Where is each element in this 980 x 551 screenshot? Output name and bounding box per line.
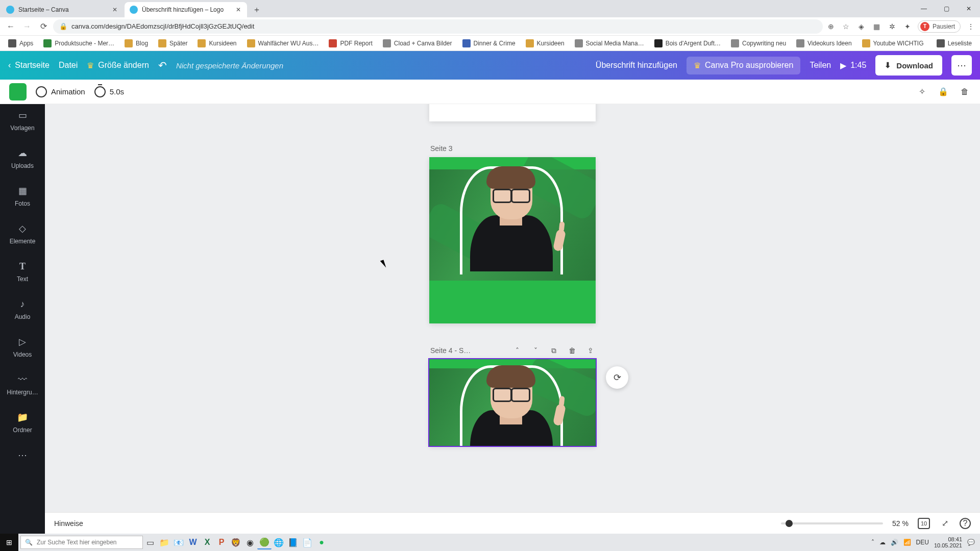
bookmark-item[interactable]: Kursideen	[522, 37, 569, 49]
page-move-up-icon[interactable]: ˄	[512, 345, 522, 356]
duration-button[interactable]: 5.0s	[94, 86, 124, 97]
nav-templates[interactable]: ▭Vorlagen	[0, 107, 45, 134]
nav-videos[interactable]: ▷Videos	[0, 334, 45, 360]
color-swatch-button[interactable]	[9, 83, 27, 101]
zoom-icon[interactable]: ⊕	[826, 21, 836, 32]
bookmark-item[interactable]: Cload + Canva Bilder	[379, 37, 456, 49]
home-button[interactable]: ‹Startseite	[8, 61, 50, 70]
browser-tab-1[interactable]: Startseite – Canva ✕	[1, 2, 124, 17]
effects-icon[interactable]: ✧	[916, 86, 928, 98]
nav-text[interactable]: TText	[0, 258, 45, 285]
window-minimize-button[interactable]: —	[913, 0, 935, 17]
spotify-icon[interactable]: ●	[314, 535, 329, 549]
edge-icon[interactable]: 🌐	[272, 535, 286, 549]
extensions-icon[interactable]: ✦	[902, 21, 913, 32]
tray-chevron-icon[interactable]: ˄	[871, 539, 874, 546]
bookmark-item[interactable]: Wahlfächer WU Aus…	[243, 37, 323, 49]
start-button[interactable]: ⊞	[0, 534, 18, 551]
bookmark-item[interactable]: Dinner & Crime	[458, 37, 520, 49]
notes-button[interactable]: Hinweise	[54, 519, 83, 528]
word-icon[interactable]: W	[186, 535, 200, 549]
canvas-stage[interactable]: Seite 3	[45, 104, 980, 534]
bookmark-star-icon[interactable]: ☆	[841, 21, 851, 32]
brave-icon[interactable]: 🦁	[229, 535, 243, 549]
app-icon-1[interactable]: 📘	[286, 535, 300, 549]
bookmark-item[interactable]: Blog	[120, 37, 152, 49]
more-menu-button[interactable]: ⋯	[951, 55, 972, 76]
animation-button[interactable]: Animation	[36, 86, 85, 97]
download-button[interactable]: ⬇Download	[875, 55, 942, 76]
resize-button[interactable]: ♛Größe ändern	[87, 61, 149, 70]
powerpoint-icon[interactable]: P	[214, 535, 229, 549]
nav-uploads[interactable]: ☁Uploads	[0, 145, 45, 171]
excel-icon[interactable]: X	[200, 535, 214, 549]
tray-notification-icon[interactable]: 💬	[967, 539, 975, 546]
undo-button[interactable]: ↶	[158, 59, 167, 71]
tray-clock[interactable]: 08:41 10.05.2021	[934, 536, 962, 548]
nav-photos[interactable]: ▦Fotos	[0, 183, 45, 209]
page-delete-icon[interactable]: 🗑	[567, 345, 577, 356]
page-3[interactable]	[429, 157, 596, 323]
zoom-slider[interactable]	[781, 522, 883, 524]
nav-back-button[interactable]: ←	[4, 20, 17, 33]
tab-close-icon[interactable]: ✕	[111, 6, 118, 13]
zoom-thumb[interactable]	[786, 520, 793, 527]
page-2[interactable]	[429, 104, 596, 121]
taskbar-search[interactable]: 🔍 Zur Suche Text hier eingeben	[20, 536, 143, 549]
browser-tab-2[interactable]: Überschrift hinzufügen – Logo ✕	[125, 2, 247, 17]
nav-folders[interactable]: 📁Ordner	[0, 409, 45, 436]
trash-icon[interactable]: 🗑	[959, 86, 971, 98]
profile-chip[interactable]: T Pausiert	[918, 20, 961, 33]
window-close-button[interactable]: ✕	[958, 0, 980, 17]
lock-icon[interactable]: 🔒	[937, 86, 949, 98]
bookmark-item[interactable]: Social Media Mana…	[571, 37, 648, 49]
zoom-value[interactable]: 52 %	[892, 519, 909, 528]
nav-more[interactable]: ⋯	[0, 447, 45, 463]
help-icon[interactable]: ?	[960, 518, 971, 529]
page-move-down-icon[interactable]: ˅	[530, 345, 541, 356]
bookmark-item[interactable]: Youtube WICHTIG	[858, 37, 928, 49]
nav-audio[interactable]: ♪Audio	[0, 296, 45, 322]
nav-background[interactable]: 〰Hintergru…	[0, 371, 45, 398]
page-duplicate-icon[interactable]: ⧉	[549, 345, 559, 356]
bookmark-item[interactable]: Produktsuche - Mer…	[39, 37, 118, 49]
ext-icon-2[interactable]: ▦	[872, 21, 882, 32]
tray-wifi-icon[interactable]: 📶	[903, 539, 911, 546]
bookmark-item[interactable]: Copywriting neu	[727, 37, 790, 49]
try-pro-button[interactable]: ♛Canva Pro ausprobieren	[687, 57, 800, 74]
chrome-icon[interactable]: 🟢	[257, 535, 272, 549]
bookmark-item[interactable]: Videokurs Ideen	[792, 37, 856, 49]
share-button[interactable]: Teilen	[810, 61, 831, 70]
page-share-icon[interactable]: ⇪	[585, 345, 596, 356]
window-maximize-button[interactable]: ▢	[935, 0, 958, 17]
nav-elements[interactable]: ◇Elemente	[0, 220, 45, 247]
nav-forward-button[interactable]: →	[20, 20, 34, 33]
explorer-icon[interactable]: 📁	[157, 535, 172, 549]
regenerate-button[interactable]: ⟳	[606, 366, 628, 389]
tray-volume-icon[interactable]: 🔊	[891, 539, 898, 546]
browser-menu-icon[interactable]: ⋮	[966, 21, 976, 32]
obs-icon[interactable]: ◉	[243, 535, 257, 549]
page-count-button[interactable]: 10	[918, 518, 930, 529]
apps-button[interactable]: Apps	[4, 37, 37, 49]
new-tab-button[interactable]: ＋	[250, 3, 263, 16]
play-button[interactable]: ▶1:45	[840, 61, 866, 70]
fullscreen-icon[interactable]: ⤢	[939, 518, 950, 529]
address-bar[interactable]: 🔒 canva.com/design/DAEdomzscjI/drBfjHdCo…	[53, 19, 823, 34]
reading-list-button[interactable]: Leseliste	[933, 37, 976, 49]
task-view-icon[interactable]: ▭	[143, 535, 157, 549]
page-4[interactable]	[429, 359, 596, 446]
tray-lang[interactable]: DEU	[916, 539, 929, 546]
mail-icon[interactable]: 📧	[172, 535, 186, 549]
app-icon-2[interactable]: 📄	[300, 535, 314, 549]
ext-icon-1[interactable]: ◈	[856, 21, 867, 32]
tab-close-icon[interactable]: ✕	[235, 6, 242, 13]
file-menu[interactable]: Datei	[59, 61, 78, 70]
bookmark-item[interactable]: PDF Report	[325, 37, 376, 49]
bookmark-item[interactable]: Bois d'Argent Duft…	[650, 37, 725, 49]
bookmark-item[interactable]: Kursideen	[193, 37, 240, 49]
ext-icon-3[interactable]: ✲	[887, 21, 897, 32]
nav-reload-button[interactable]: ⟳	[37, 20, 50, 33]
tray-cloud-icon[interactable]: ☁	[879, 539, 886, 546]
bookmark-item[interactable]: Später	[154, 37, 191, 49]
